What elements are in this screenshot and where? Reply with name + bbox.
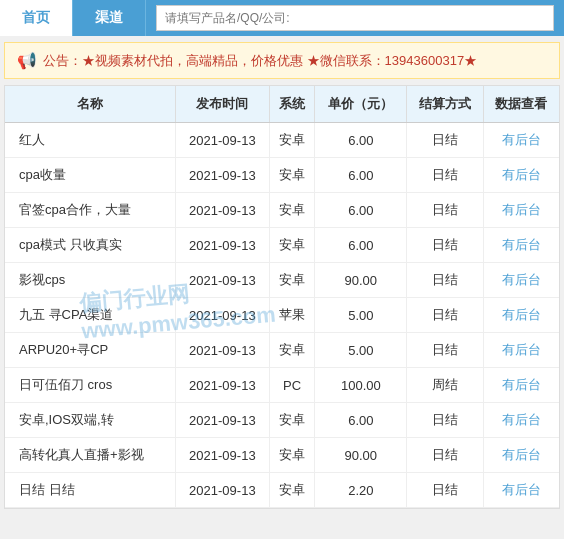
table-header-row: 名称 发布时间 系统 单价（元） 结算方式 数据查看 bbox=[5, 86, 559, 123]
col-header-data: 数据查看 bbox=[483, 86, 559, 123]
table-row: 安卓,IOS双端,转2021-09-13安卓6.00日结有后台 bbox=[5, 403, 559, 438]
cell-system: 安卓 bbox=[269, 123, 315, 158]
cell-system: 安卓 bbox=[269, 438, 315, 473]
cell-date: 2021-09-13 bbox=[176, 123, 269, 158]
table-row: cpa收量2021-09-13安卓6.00日结有后台 bbox=[5, 158, 559, 193]
cell-price: 2.20 bbox=[315, 473, 407, 508]
table-row: 高转化真人直播+影视2021-09-13安卓90.00日结有后台 bbox=[5, 438, 559, 473]
cell-data[interactable]: 有后台 bbox=[483, 368, 559, 403]
cell-settlement: 日结 bbox=[407, 298, 483, 333]
cell-date: 2021-09-13 bbox=[176, 368, 269, 403]
nav-tab-channel[interactable]: 渠道 bbox=[73, 0, 146, 36]
cell-name: 安卓,IOS双端,转 bbox=[5, 403, 176, 438]
cell-price: 90.00 bbox=[315, 438, 407, 473]
cell-system: 安卓 bbox=[269, 193, 315, 228]
cell-price: 6.00 bbox=[315, 158, 407, 193]
cell-date: 2021-09-13 bbox=[176, 403, 269, 438]
cell-data[interactable]: 有后台 bbox=[483, 438, 559, 473]
cell-system: 安卓 bbox=[269, 158, 315, 193]
cell-price: 6.00 bbox=[315, 123, 407, 158]
table-row: 红人2021-09-13安卓6.00日结有后台 bbox=[5, 123, 559, 158]
cell-settlement: 日结 bbox=[407, 473, 483, 508]
data-table-container: 名称 发布时间 系统 单价（元） 结算方式 数据查看 红人2021-09-13安… bbox=[4, 85, 560, 509]
cell-date: 2021-09-13 bbox=[176, 228, 269, 263]
cell-data[interactable]: 有后台 bbox=[483, 228, 559, 263]
cell-data[interactable]: 有后台 bbox=[483, 123, 559, 158]
cell-system: 安卓 bbox=[269, 333, 315, 368]
cell-system: 苹果 bbox=[269, 298, 315, 333]
table-row: 影视cps2021-09-13安卓90.00日结有后台 bbox=[5, 263, 559, 298]
nav-tab-home-label: 首页 bbox=[22, 9, 50, 27]
data-table: 名称 发布时间 系统 单价（元） 结算方式 数据查看 红人2021-09-13安… bbox=[5, 86, 559, 508]
cell-name: 官签cpa合作，大量 bbox=[5, 193, 176, 228]
cell-price: 5.00 bbox=[315, 333, 407, 368]
col-header-date: 发布时间 bbox=[176, 86, 269, 123]
cell-settlement: 日结 bbox=[407, 193, 483, 228]
nav-tab-channel-label: 渠道 bbox=[95, 9, 123, 27]
announcement-text: 公告：★视频素材代拍，高端精品，价格优惠 ★微信联系：13943600317★ bbox=[43, 52, 477, 70]
table-row: cpa模式 只收真实2021-09-13安卓6.00日结有后台 bbox=[5, 228, 559, 263]
cell-data[interactable]: 有后台 bbox=[483, 403, 559, 438]
col-header-price: 单价（元） bbox=[315, 86, 407, 123]
cell-settlement: 周结 bbox=[407, 368, 483, 403]
cell-settlement: 日结 bbox=[407, 263, 483, 298]
cell-name: 高转化真人直播+影视 bbox=[5, 438, 176, 473]
table-row: 日结 日结2021-09-13安卓2.20日结有后台 bbox=[5, 473, 559, 508]
cell-date: 2021-09-13 bbox=[176, 263, 269, 298]
cell-settlement: 日结 bbox=[407, 123, 483, 158]
announcement-icon: 📢 bbox=[17, 51, 37, 70]
cell-date: 2021-09-13 bbox=[176, 298, 269, 333]
cell-data[interactable]: 有后台 bbox=[483, 158, 559, 193]
cell-price: 6.00 bbox=[315, 193, 407, 228]
cell-date: 2021-09-13 bbox=[176, 193, 269, 228]
cell-date: 2021-09-13 bbox=[176, 438, 269, 473]
cell-system: 安卓 bbox=[269, 473, 315, 508]
cell-system: 安卓 bbox=[269, 263, 315, 298]
cell-settlement: 日结 bbox=[407, 228, 483, 263]
cell-settlement: 日结 bbox=[407, 438, 483, 473]
cell-settlement: 日结 bbox=[407, 158, 483, 193]
col-header-system: 系统 bbox=[269, 86, 315, 123]
cell-price: 6.00 bbox=[315, 228, 407, 263]
cell-name: ARPU20+寻CP bbox=[5, 333, 176, 368]
cell-name: 日结 日结 bbox=[5, 473, 176, 508]
table-row: 九五 寻CPA渠道2021-09-13苹果5.00日结有后台 bbox=[5, 298, 559, 333]
cell-date: 2021-09-13 bbox=[176, 473, 269, 508]
search-bar bbox=[146, 0, 564, 36]
cell-name: 九五 寻CPA渠道 bbox=[5, 298, 176, 333]
cell-name: cpa模式 只收真实 bbox=[5, 228, 176, 263]
cell-data[interactable]: 有后台 bbox=[483, 193, 559, 228]
cell-name: 红人 bbox=[5, 123, 176, 158]
cell-system: 安卓 bbox=[269, 403, 315, 438]
cell-system: 安卓 bbox=[269, 228, 315, 263]
table-row: 日可伍佰刀 cros2021-09-13PC100.00周结有后台 bbox=[5, 368, 559, 403]
cell-date: 2021-09-13 bbox=[176, 158, 269, 193]
cell-price: 5.00 bbox=[315, 298, 407, 333]
cell-name: cpa收量 bbox=[5, 158, 176, 193]
cell-data[interactable]: 有后台 bbox=[483, 473, 559, 508]
top-navigation: 首页 渠道 bbox=[0, 0, 564, 36]
cell-price: 6.00 bbox=[315, 403, 407, 438]
cell-price: 100.00 bbox=[315, 368, 407, 403]
cell-system: PC bbox=[269, 368, 315, 403]
cell-name: 影视cps bbox=[5, 263, 176, 298]
announcement-bar: 📢 公告：★视频素材代拍，高端精品，价格优惠 ★微信联系：13943600317… bbox=[4, 42, 560, 79]
cell-settlement: 日结 bbox=[407, 403, 483, 438]
cell-data[interactable]: 有后台 bbox=[483, 263, 559, 298]
cell-name: 日可伍佰刀 cros bbox=[5, 368, 176, 403]
nav-tab-home[interactable]: 首页 bbox=[0, 0, 73, 36]
cell-date: 2021-09-13 bbox=[176, 333, 269, 368]
cell-data[interactable]: 有后台 bbox=[483, 333, 559, 368]
table-row: ARPU20+寻CP2021-09-13安卓5.00日结有后台 bbox=[5, 333, 559, 368]
cell-price: 90.00 bbox=[315, 263, 407, 298]
table-row: 官签cpa合作，大量2021-09-13安卓6.00日结有后台 bbox=[5, 193, 559, 228]
col-header-settlement: 结算方式 bbox=[407, 86, 483, 123]
search-input[interactable] bbox=[156, 5, 554, 31]
col-header-name: 名称 bbox=[5, 86, 176, 123]
cell-settlement: 日结 bbox=[407, 333, 483, 368]
cell-data[interactable]: 有后台 bbox=[483, 298, 559, 333]
